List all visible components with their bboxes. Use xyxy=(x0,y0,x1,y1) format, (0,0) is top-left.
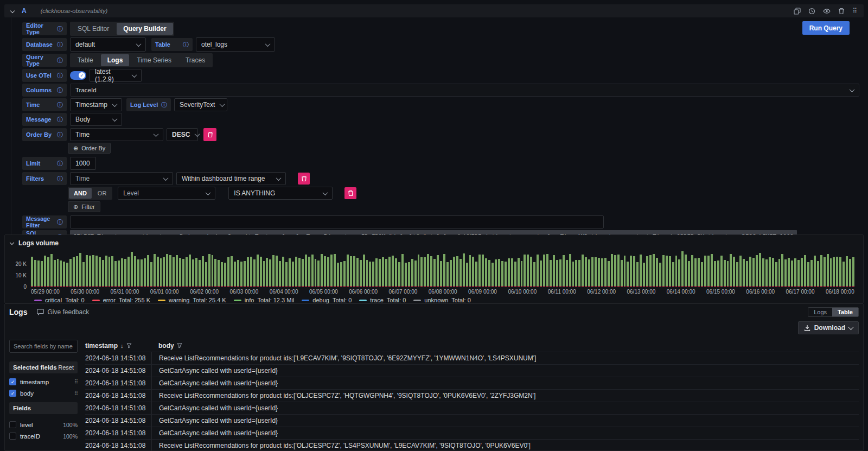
volume-bar[interactable] xyxy=(450,260,452,287)
volume-bar[interactable] xyxy=(817,261,819,287)
volume-bar[interactable] xyxy=(595,257,597,287)
drag-handle-icon[interactable]: ⠿ xyxy=(852,7,857,15)
volume-bar[interactable] xyxy=(694,258,697,287)
info-icon[interactable]: ⓘ xyxy=(57,56,63,65)
search-fields-input[interactable] xyxy=(9,340,78,353)
volume-bar[interactable] xyxy=(157,257,159,287)
volume-bar[interactable] xyxy=(550,260,552,287)
volume-bar[interactable] xyxy=(733,257,735,287)
volume-bar[interactable] xyxy=(382,257,384,287)
volume-bar[interactable] xyxy=(608,261,610,287)
volume-bar[interactable] xyxy=(488,260,490,287)
volume-bar[interactable] xyxy=(630,256,632,287)
volume-bar[interactable] xyxy=(34,260,36,287)
volume-bar[interactable] xyxy=(141,259,143,287)
volume-bar[interactable] xyxy=(330,255,333,287)
columns-multiselect[interactable]: TraceId xyxy=(70,84,859,97)
volume-bar[interactable] xyxy=(424,257,426,287)
volume-bar[interactable] xyxy=(843,262,845,287)
table-row[interactable]: 2024-06-18 14:51:08 GetCartAsync called … xyxy=(85,402,859,414)
legend-item[interactable]: error Total: 255 K xyxy=(92,297,150,303)
legend-item[interactable]: warning Total: 25.4 K xyxy=(158,297,226,303)
volume-bar[interactable] xyxy=(675,256,678,287)
volume-bar[interactable] xyxy=(234,262,236,287)
volume-bar[interactable] xyxy=(527,255,529,287)
volume-bar[interactable] xyxy=(820,255,822,287)
volume-bar[interactable] xyxy=(810,260,813,287)
volume-bar[interactable] xyxy=(60,261,62,287)
volume-bar[interactable] xyxy=(76,256,78,287)
remove-filter-button[interactable] xyxy=(298,173,310,185)
volume-bar[interactable] xyxy=(92,255,94,287)
volume-bar[interactable] xyxy=(31,257,33,287)
log-level-select[interactable]: SeverityText xyxy=(174,98,227,111)
volume-bar[interactable] xyxy=(711,254,713,287)
volume-bar[interactable] xyxy=(714,261,716,287)
volume-bar[interactable] xyxy=(99,257,101,287)
volume-bar[interactable] xyxy=(66,263,68,287)
volume-bar[interactable] xyxy=(643,263,645,287)
info-icon[interactable]: ⓘ xyxy=(57,218,63,226)
volume-bar[interactable] xyxy=(327,257,329,287)
volume-bar[interactable] xyxy=(272,255,275,287)
volume-bar[interactable] xyxy=(121,258,123,287)
checkbox-checked-icon[interactable]: ✓ xyxy=(9,378,16,385)
drag-handle-icon[interactable]: ⠿ xyxy=(74,379,78,385)
volume-bar[interactable] xyxy=(111,256,113,287)
field-row[interactable]: level 100% xyxy=(9,419,78,430)
table-row[interactable]: 2024-06-18 14:51:08 GetCartAsync called … xyxy=(85,414,859,427)
volume-bar[interactable] xyxy=(752,258,755,287)
volume-bar[interactable] xyxy=(443,254,445,287)
volume-bar[interactable] xyxy=(482,255,484,287)
volume-bar[interactable] xyxy=(649,255,652,287)
volume-bar[interactable] xyxy=(105,256,107,287)
volume-bar[interactable] xyxy=(604,258,607,287)
sort-desc-icon[interactable]: ↓ xyxy=(120,342,124,349)
info-icon[interactable]: ⓘ xyxy=(57,86,63,94)
volume-bar[interactable] xyxy=(89,256,91,287)
volume-bar[interactable] xyxy=(231,256,233,287)
selected-field-row[interactable]: ✓ body ⠿ xyxy=(9,388,78,399)
volume-bar[interactable] xyxy=(469,255,471,287)
logs-volume-header[interactable]: Logs volume xyxy=(5,235,863,247)
checkbox-unchecked-icon[interactable] xyxy=(9,421,16,428)
volume-bar[interactable] xyxy=(707,256,710,287)
volume-bar[interactable] xyxy=(730,254,732,287)
volume-bar[interactable] xyxy=(775,262,777,287)
volume-bar[interactable] xyxy=(578,260,580,287)
volume-bar[interactable] xyxy=(794,258,796,287)
volume-bar[interactable] xyxy=(395,258,397,287)
info-icon[interactable]: ⓘ xyxy=(57,116,63,124)
info-icon[interactable]: ⓘ xyxy=(57,101,63,109)
eye-icon[interactable] xyxy=(823,8,831,15)
volume-bar[interactable] xyxy=(131,252,133,287)
volume-bar[interactable] xyxy=(591,257,593,287)
volume-bar[interactable] xyxy=(269,259,271,287)
volume-bar[interactable] xyxy=(208,254,210,287)
volume-bar[interactable] xyxy=(295,257,297,287)
trash-icon[interactable] xyxy=(838,8,845,15)
volume-bar[interactable] xyxy=(788,258,790,287)
volume-bar[interactable] xyxy=(575,260,577,287)
volume-bar[interactable] xyxy=(537,255,539,287)
volume-bar[interactable] xyxy=(44,256,46,287)
volume-bar[interactable] xyxy=(124,259,126,287)
table-row[interactable]: 2024-06-18 14:51:08 Receive ListRecommen… xyxy=(85,439,859,451)
volume-bar[interactable] xyxy=(186,257,188,287)
volume-bar[interactable] xyxy=(540,261,542,287)
volume-bar[interactable] xyxy=(292,262,294,287)
volume-bar[interactable] xyxy=(388,257,391,287)
volume-bar[interactable] xyxy=(572,262,575,287)
info-icon[interactable]: ⓘ xyxy=(57,160,63,168)
volume-bar[interactable] xyxy=(57,259,59,287)
volume-bar[interactable] xyxy=(724,260,726,287)
volume-bar[interactable] xyxy=(363,255,365,287)
volume-bar[interactable] xyxy=(379,259,381,287)
volume-bar[interactable] xyxy=(543,255,545,287)
volume-bar[interactable] xyxy=(433,259,436,287)
filter2-operator-select[interactable]: IS ANYTHING xyxy=(228,187,333,200)
checkbox-checked-icon[interactable]: ✓ xyxy=(9,390,16,397)
volume-bar[interactable] xyxy=(514,262,516,287)
volume-bar[interactable] xyxy=(672,262,674,287)
volume-bar[interactable] xyxy=(375,258,378,287)
